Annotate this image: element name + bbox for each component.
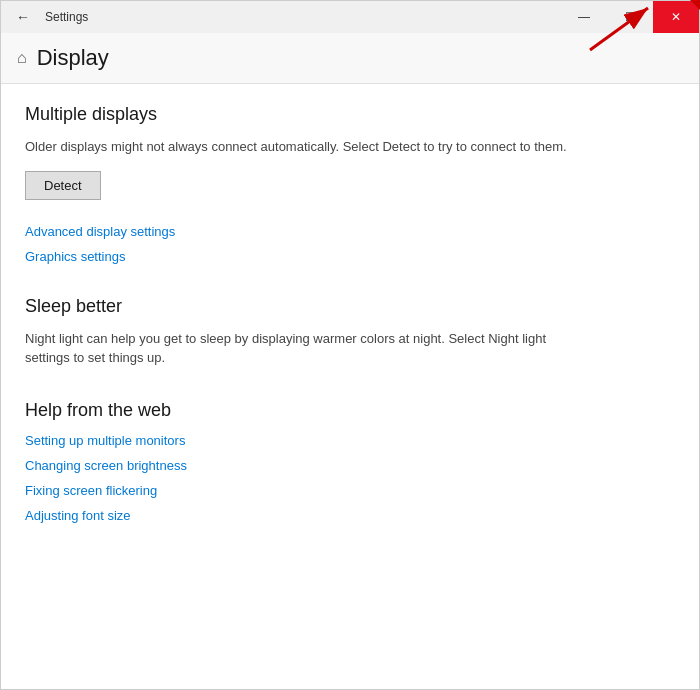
link-screen-brightness[interactable]: Changing screen brightness xyxy=(25,458,675,473)
titlebar-left: ← Settings xyxy=(9,3,88,31)
page-header: ⌂ Display xyxy=(1,33,699,84)
link-setup-monitors[interactable]: Setting up multiple monitors xyxy=(25,433,675,448)
minimize-button[interactable]: — xyxy=(561,1,607,33)
sleep-better-description: Night light can help you get to sleep by… xyxy=(25,329,585,368)
maximize-button[interactable]: ☐ xyxy=(607,1,653,33)
graphics-settings-link[interactable]: Graphics settings xyxy=(25,249,675,264)
help-heading: Help from the web xyxy=(25,400,675,421)
window-controls: — ☐ ✕ xyxy=(561,1,699,33)
multiple-displays-heading: Multiple displays xyxy=(25,104,675,125)
titlebar: ← Settings — ☐ ✕ xyxy=(1,1,699,33)
page-title: Display xyxy=(37,45,109,71)
detect-button[interactable]: Detect xyxy=(25,171,101,200)
advanced-display-settings-link[interactable]: Advanced display settings xyxy=(25,224,675,239)
back-button[interactable]: ← xyxy=(9,3,37,31)
home-icon: ⌂ xyxy=(17,49,27,67)
multiple-displays-description: Older displays might not always connect … xyxy=(25,137,585,157)
main-content: Multiple displays Older displays might n… xyxy=(1,84,699,689)
link-screen-flickering[interactable]: Fixing screen flickering xyxy=(25,483,675,498)
sleep-better-heading: Sleep better xyxy=(25,296,675,317)
back-icon: ← xyxy=(16,9,30,25)
window-title: Settings xyxy=(45,10,88,24)
close-button[interactable]: ✕ xyxy=(653,1,699,33)
link-font-size[interactable]: Adjusting font size xyxy=(25,508,675,523)
